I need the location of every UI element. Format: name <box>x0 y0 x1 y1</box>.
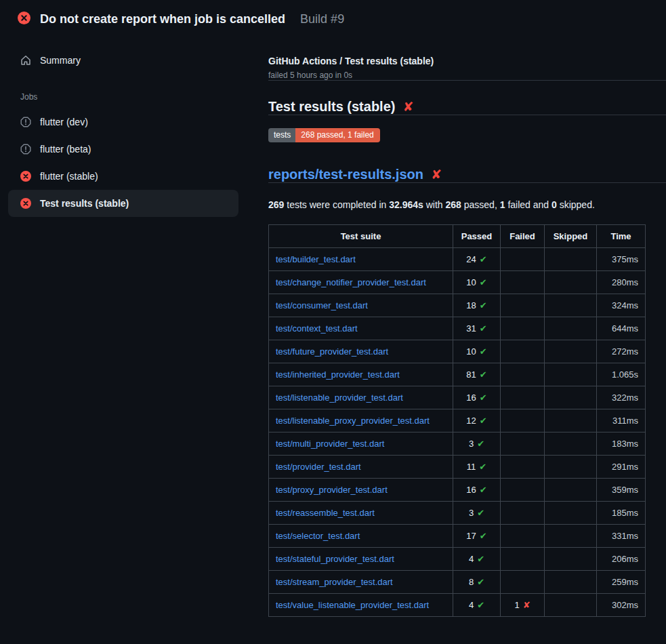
failed-count-cell <box>501 409 545 432</box>
test-suite-link[interactable]: test/selector_test.dart <box>276 531 360 541</box>
skipped-count-cell <box>545 294 597 317</box>
test-suite-link[interactable]: test/stateful_provider_test.dart <box>276 554 394 564</box>
time-cell: 302ms <box>597 594 646 617</box>
test-suite-cell: test/listenable_provider_test.dart <box>269 386 453 409</box>
table-row: test/multi_provider_test.dart3✔183ms <box>269 432 646 456</box>
sidebar-item-summary[interactable]: Summary <box>8 47 238 74</box>
table-row: test/consumer_test.dart18✔324ms <box>269 294 646 317</box>
table-header-row: Test suite Passed Failed Skipped Time <box>269 225 646 248</box>
summary-part: 269 <box>268 199 284 210</box>
summary-part: passed, <box>461 199 500 210</box>
skipped-count-cell <box>545 502 597 525</box>
home-icon <box>20 55 31 66</box>
test-suite-link[interactable]: test/provider_test.dart <box>276 462 361 472</box>
passed-count: 3 <box>469 439 474 449</box>
time-cell: 644ms <box>597 317 646 340</box>
test-suite-link[interactable]: test/stream_provider_test.dart <box>276 577 393 587</box>
section-title: Test results (stable) ✘ <box>268 99 666 115</box>
passed-count-cell: 17✔ <box>453 525 501 548</box>
test-suite-link[interactable]: test/listenable_provider_test.dart <box>276 393 403 403</box>
test-suite-cell: test/selector_test.dart <box>269 525 453 548</box>
table-row: test/stateful_provider_test.dart4✔206ms <box>269 548 646 571</box>
time-cell: 322ms <box>597 386 646 409</box>
sidebar-item-flutter-dev[interactable]: flutter (dev) <box>8 108 238 136</box>
passed-count-cell: 3✔ <box>453 432 501 456</box>
passed-count-cell: 18✔ <box>453 294 501 317</box>
test-suite-link[interactable]: test/change_notifier_provider_test.dart <box>276 277 426 287</box>
test-suite-cell: test/listenable_proxy_provider_test.dart <box>269 409 453 432</box>
table-row: test/value_listenable_provider_test.dart… <box>269 594 646 617</box>
test-suite-link[interactable]: test/consumer_test.dart <box>276 300 368 310</box>
passed-count-cell: 3✔ <box>453 502 501 525</box>
passed-count: 24 <box>466 254 476 264</box>
table-row: test/reassemble_test.dart3✔185ms <box>269 502 646 525</box>
check-icon: ✔ <box>480 300 487 310</box>
passed-count: 31 <box>466 323 476 334</box>
check-icon: ✔ <box>480 531 487 541</box>
check-icon: ✔ <box>477 600 484 610</box>
time-cell: 311ms <box>597 409 646 432</box>
badge-value: 268 passed, 1 failed <box>295 128 379 142</box>
test-suite-link[interactable]: test/listenable_proxy_provider_test.dart <box>276 416 430 426</box>
passed-count-cell: 81✔ <box>453 363 501 386</box>
test-suite-link[interactable]: test/proxy_provider_test.dart <box>276 485 388 495</box>
time-cell: 206ms <box>597 548 646 571</box>
x-mark-icon: ✘ <box>431 168 442 181</box>
x-circle-icon <box>20 171 31 182</box>
passed-count: 16 <box>466 393 476 403</box>
failed-count-cell <box>501 502 545 525</box>
failed-count-cell <box>501 386 545 409</box>
x-mark-icon: ✘ <box>402 100 413 113</box>
report-file-link[interactable]: reports/test-results.json <box>268 167 423 182</box>
breadcrumb: GitHub Actions / Test results (stable) <box>268 56 666 66</box>
summary-part: failed and <box>505 199 552 210</box>
badge-label: tests <box>268 128 295 142</box>
main-content: GitHub Actions / Test results (stable) f… <box>257 36 666 617</box>
time-cell: 375ms <box>597 248 646 271</box>
time-cell: 280ms <box>597 271 646 294</box>
failed-count-cell: 1✘ <box>501 594 545 617</box>
skipped-count-cell <box>545 248 597 271</box>
sidebar-item-label: flutter (dev) <box>40 116 88 128</box>
sidebar-item-test-results-stable[interactable]: Test results (stable) <box>8 190 238 217</box>
failed-count-cell <box>501 479 545 502</box>
column-header-skipped: Skipped <box>545 225 597 248</box>
sidebar-item-flutter-beta[interactable]: flutter (beta) <box>8 136 238 163</box>
failed-count-cell <box>501 456 545 479</box>
time-cell: 291ms <box>597 456 646 479</box>
passed-count-cell: 16✔ <box>453 479 501 502</box>
time-cell: 272ms <box>597 340 646 363</box>
test-results-table: Test suite Passed Failed Skipped Time te… <box>268 224 646 617</box>
passed-count: 11 <box>467 462 476 472</box>
passed-count-cell: 10✔ <box>453 340 501 363</box>
test-suite-cell: test/proxy_provider_test.dart <box>269 479 453 502</box>
check-icon: ✔ <box>480 416 487 426</box>
test-suite-link[interactable]: test/future_provider_test.dart <box>276 346 388 357</box>
time-cell: 1.065s <box>597 363 646 386</box>
test-suite-link[interactable]: test/reassemble_test.dart <box>276 508 375 518</box>
sidebar-item-label: Test results (stable) <box>40 197 129 209</box>
time-cell: 331ms <box>597 525 646 548</box>
check-icon: ✔ <box>477 577 484 587</box>
test-suite-link[interactable]: test/multi_provider_test.dart <box>276 439 384 449</box>
time-cell: 259ms <box>597 571 646 594</box>
test-suite-link[interactable]: test/value_listenable_provider_test.dart <box>276 600 429 610</box>
test-results-table-body: test/builder_test.dart24✔375mstest/chang… <box>269 248 646 617</box>
passed-count: 8 <box>469 577 474 587</box>
time-cell: 359ms <box>597 479 646 502</box>
table-row: test/builder_test.dart24✔375ms <box>269 248 646 271</box>
test-suite-link[interactable]: test/inherited_provider_test.dart <box>276 369 400 380</box>
check-icon: ✔ <box>480 323 487 334</box>
test-suite-cell: test/multi_provider_test.dart <box>269 432 453 456</box>
test-suite-link[interactable]: test/builder_test.dart <box>276 254 356 264</box>
table-row: test/change_notifier_provider_test.dart1… <box>269 271 646 294</box>
skipped-count-cell <box>545 271 597 294</box>
passed-count-cell: 24✔ <box>453 248 501 271</box>
sidebar-item-flutter-stable[interactable]: flutter (stable) <box>8 163 238 190</box>
tests-badge: tests 268 passed, 1 failed <box>268 128 380 142</box>
skipped-count-cell <box>545 432 597 456</box>
summary-part: 1 <box>500 199 505 210</box>
test-suite-link[interactable]: test/context_test.dart <box>276 323 358 334</box>
check-icon: ✔ <box>477 554 484 564</box>
skipped-count-cell <box>545 409 597 432</box>
